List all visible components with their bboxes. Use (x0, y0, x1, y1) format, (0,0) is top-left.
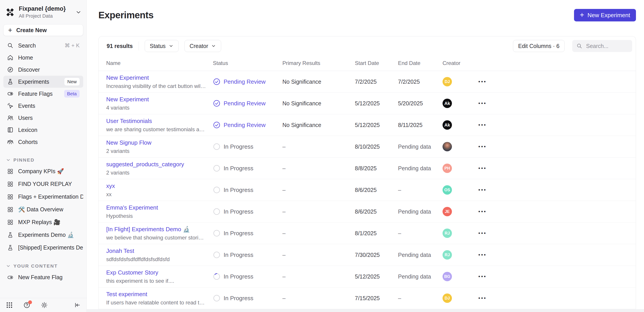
beta-badge: Beta (64, 90, 80, 98)
experiment-row[interactable]: Test experimentIf users have relatable c… (98, 288, 636, 309)
primary-results-cell: – (282, 252, 355, 258)
experiment-description: 4 variants (106, 105, 206, 111)
sidebar-item-lexicon[interactable]: Lexicon (3, 124, 83, 136)
sidebar-item-label: [Shipped] Experiments Demo 🖊️ (18, 244, 83, 251)
check-circle-icon (213, 100, 220, 107)
sidebar-item-feature-flags[interactable]: Feature FlagsBeta (3, 88, 83, 100)
experiment-name-link[interactable]: New Experiment (106, 96, 149, 103)
new-badge: New (64, 78, 80, 85)
experiment-name-link[interactable]: New Experiment (106, 74, 149, 81)
avatar: JE (442, 207, 452, 216)
experiment-name-link[interactable]: xyx (106, 182, 115, 189)
sidebar-item-shipped-experiments-demo[interactable]: [Shipped] Experiments Demo 🖊️ (3, 241, 83, 254)
end-date-cell: Pending data (398, 273, 442, 280)
experiment-name-link[interactable]: Jonah Test (106, 248, 134, 254)
row-menu-button[interactable]: ••• (478, 122, 486, 128)
sidebar-item-home[interactable]: Home (3, 52, 83, 64)
settings-gear-icon[interactable] (41, 302, 48, 309)
sidebar-item-new-feature-flag[interactable]: New Feature Flag (3, 271, 83, 284)
sidebar-item-label: Cohorts (18, 139, 38, 145)
row-menu-button[interactable]: ••• (478, 208, 486, 214)
avatar: Ak (442, 99, 452, 108)
sidebar-item-users[interactable]: Users (3, 112, 83, 124)
creator-filter-button[interactable]: Creator (184, 40, 221, 52)
cohorts-icon (7, 139, 14, 145)
creator-cell: RJ (442, 229, 478, 238)
experiment-row[interactable]: Jonah TestsdfdsfdsfsdfdffdfdsfsdfdsfdIn … (98, 244, 636, 266)
row-menu-button[interactable]: ••• (478, 100, 486, 106)
experiment-description: we believe that showing customer stories… (106, 235, 206, 241)
experiment-row[interactable]: [In Flight] Experiments Demo 🔬we believe… (98, 222, 636, 244)
experiment-description: If users have relatable content to read … (106, 300, 206, 306)
sidebar-item-data-overview[interactable]: 🛠️ Data Overview (3, 203, 83, 216)
primary-results-cell: – (282, 144, 355, 150)
row-menu-button[interactable]: ••• (478, 79, 486, 85)
sidebar-section-pinned: PINNEDCompany KPIs 🚀FIND YOUR REPLAYFlag… (0, 155, 86, 254)
sidebar-item-discover[interactable]: Discover (3, 64, 83, 76)
column-header-name: Name (106, 60, 213, 66)
experiment-name-link[interactable]: Test experiment (106, 291, 147, 298)
sidebar-item-search[interactable]: Search⌘ + K (3, 39, 83, 52)
new-experiment-button[interactable]: + New Experiment (574, 9, 636, 21)
actions-cell: ••• (478, 122, 498, 128)
sidebar-item-events[interactable]: Events (3, 100, 83, 112)
sidebar-item-cohorts[interactable]: Cohorts (3, 136, 83, 148)
experiment-row[interactable]: User Testimonialswe are sharing customer… (98, 114, 636, 136)
primary-results-cell: No Significance (282, 100, 355, 107)
experiments-flask-icon (7, 232, 14, 238)
experiment-name-link[interactable]: New Signup Flow (106, 139, 152, 146)
sidebar-item-flags-experimentation-demo[interactable]: Flags + Experimentation Demo (3, 190, 83, 203)
row-menu-button[interactable]: ••• (478, 187, 486, 193)
experiment-row[interactable]: Emma's ExperimentHypothesisIn Progress–8… (98, 201, 636, 222)
actions-cell: ••• (478, 273, 498, 280)
row-menu-button[interactable]: ••• (478, 230, 486, 236)
section-header-pinned[interactable]: PINNED (0, 155, 86, 165)
sidebar-item-label: Users (18, 115, 33, 121)
sidebar-item-experiments[interactable]: ExperimentsNew (3, 76, 83, 88)
end-date-cell: 7/2/2025 (398, 79, 442, 85)
status-cell: In Progress (213, 294, 282, 302)
section-header-your-content[interactable]: YOUR CONTENT (0, 261, 86, 271)
avatar: BG (442, 272, 452, 281)
row-menu-button[interactable]: ••• (478, 295, 486, 301)
status-filter-button[interactable]: Status (145, 40, 179, 52)
experiment-name-link[interactable]: User Testimonials (106, 118, 152, 125)
status-cell: Pending Review (213, 100, 282, 107)
row-menu-button[interactable]: ••• (478, 252, 486, 258)
avatar: DJ (442, 294, 452, 303)
name-cell: New Experiment4 variants (106, 96, 213, 111)
experiment-description: 2 variants (106, 148, 206, 154)
workspace-switcher[interactable]: Fixpanel {demo} All Project Data (0, 0, 86, 22)
keyboard-shortcut: ⌘ + K (64, 42, 80, 49)
start-date-cell: 7/2/2025 (355, 79, 398, 85)
row-menu-button[interactable]: ••• (478, 273, 486, 279)
progress-circle-icon (213, 251, 220, 259)
experiment-row[interactable]: New Signup Flow2 variantsIn Progress–8/1… (98, 136, 636, 157)
experiment-name-link[interactable]: Emma's Experiment (106, 204, 158, 211)
experiment-row[interactable]: xyxxxIn Progress–8/6/2025–OS••• (98, 179, 636, 201)
sidebar-item-label: Flags + Experimentation Demo (18, 193, 83, 200)
edit-columns-button[interactable]: Edit Columns · 6 (513, 40, 564, 52)
experiment-name-link[interactable]: Exp Customer Story (106, 269, 158, 276)
board-grid-icon (7, 193, 14, 200)
name-cell: Test experimentIf users have relatable c… (106, 291, 213, 306)
sidebar-item-company-kpis[interactable]: Company KPIs 🚀 (3, 165, 83, 178)
row-menu-button[interactable]: ••• (478, 165, 486, 171)
experiment-name-link[interactable]: [In Flight] Experiments Demo 🔬 (106, 226, 190, 233)
create-new-button[interactable]: + Create New (3, 24, 83, 36)
experiment-row[interactable]: Exp Customer Storythis experiment is to … (98, 266, 636, 288)
search-input[interactable] (586, 43, 628, 49)
help-icon[interactable] (23, 302, 30, 309)
experiment-row[interactable]: New Experiment4 variantsPending ReviewNo… (98, 93, 636, 114)
sidebar-item-find-your-replay[interactable]: FIND YOUR REPLAY (3, 178, 83, 190)
sidebar-item-mxp-replays[interactable]: MXP Replays 🎥 (3, 216, 83, 229)
events-cursor-icon (7, 102, 14, 109)
experiment-row[interactable]: suggested_products_category2 variantsIn … (98, 157, 636, 179)
apps-grid-icon[interactable] (6, 302, 13, 309)
collapse-sidebar-icon[interactable] (74, 302, 81, 309)
row-menu-button[interactable]: ••• (478, 144, 486, 150)
sidebar-item-experiments-demo[interactable]: Experiments Demo 🔬 (3, 229, 83, 241)
experiment-name-link[interactable]: suggested_products_category (106, 161, 184, 168)
new-experiment-label: New Experiment (588, 12, 630, 19)
experiment-row[interactable]: New ExperimentIncreasing visibility of t… (98, 71, 636, 93)
